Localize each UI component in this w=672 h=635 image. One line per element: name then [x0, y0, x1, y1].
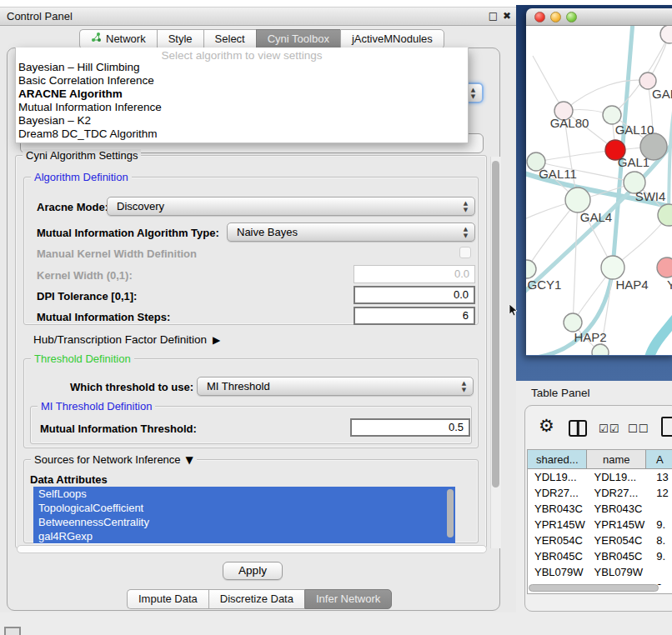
- tab-label: Select: [215, 30, 245, 48]
- close-icon[interactable]: ✖: [503, 10, 511, 22]
- collapse-down-icon: ▼: [186, 454, 193, 466]
- threshold-select[interactable]: MI Threshold ▲▼: [197, 377, 474, 396]
- table-cell[interactable]: YDR27...: [588, 485, 647, 501]
- table-row[interactable]: YBR045CYBR045C9.: [528, 548, 672, 564]
- table-horizontal-scrollbar[interactable]: [529, 584, 659, 592]
- column-header-partial[interactable]: A: [646, 450, 672, 468]
- minimize-traffic-light-icon[interactable]: [550, 12, 561, 22]
- column-header-name[interactable]: name: [587, 450, 646, 468]
- algorithm-option-bayesian-hill-climbing[interactable]: Bayesian – Hill Climbing: [16, 61, 468, 74]
- tab-network[interactable]: Network: [79, 29, 157, 49]
- table-row[interactable]: YER054CYER054C8.: [528, 532, 672, 548]
- table-row[interactable]: YPR145WYPR145W9.: [528, 517, 672, 532]
- table-cell[interactable]: YDL19...: [588, 469, 647, 485]
- kernel-width-field[interactable]: 0.0: [354, 265, 475, 283]
- mi-algorithm-type-select[interactable]: Naive Bayes ▲▼: [227, 222, 475, 242]
- settings-scrollbar-thumb[interactable]: [492, 161, 499, 488]
- manual-kernel-width-checkbox[interactable]: [459, 247, 471, 258]
- network-edge[interactable]: [573, 200, 578, 322]
- dpi-tolerance-field[interactable]: 0.0: [354, 286, 475, 304]
- tab-discretize-data[interactable]: Discretize Data: [208, 589, 304, 609]
- table-cell[interactable]: 9.: [646, 517, 672, 532]
- network-view-window[interactable]: GALGAL80GAL10GAL1GAL11SWI4GAL4GCY1HAP4YH…: [526, 8, 672, 356]
- network-edge[interactable]: [536, 150, 615, 162]
- table-cell[interactable]: YDR27...: [528, 485, 588, 501]
- table-cell[interactable]: 9.: [646, 548, 672, 564]
- algorithm-option-dream8-dc-tdc-algorithm[interactable]: Dream8 DC_TDC Algorithm: [16, 128, 468, 141]
- gear-icon[interactable]: ⚙: [539, 416, 554, 436]
- tab-cyni-toolbox[interactable]: Cyni Toolbox: [256, 29, 340, 49]
- network-edge[interactable]: [564, 80, 648, 111]
- bottom-left-widget[interactable]: [4, 627, 21, 635]
- network-node-gal10[interactable]: [603, 106, 621, 124]
- table-cell[interactable]: YBR045C: [528, 548, 588, 564]
- data-attributes-list[interactable]: SelfLoopsTopologicalCoefficientBetweenne…: [33, 487, 455, 544]
- tab-jactivemnodules[interactable]: jActiveMNodules: [340, 29, 444, 49]
- close-traffic-light-icon[interactable]: [534, 12, 545, 22]
- table-row[interactable]: YBR043CYBR043C: [528, 501, 672, 517]
- tab-select[interactable]: Select: [203, 29, 256, 49]
- zoom-traffic-light-icon[interactable]: [566, 12, 577, 22]
- attribute-item-topologicalcoefficient[interactable]: TopologicalCoefficient: [33, 501, 455, 515]
- network-edge[interactable]: [612, 34, 669, 115]
- tab-label: Infer Network: [316, 590, 380, 608]
- table-cell[interactable]: YBL079W: [528, 564, 588, 580]
- aracne-mode-select[interactable]: Discovery ▲▼: [107, 197, 475, 216]
- attributes-list-scrollbar[interactable]: [447, 489, 454, 538]
- network-node-hap2[interactable]: [564, 313, 582, 332]
- table-cell[interactable]: 12: [646, 485, 672, 501]
- table-cell[interactable]: YDL19...: [528, 469, 588, 485]
- control-panel-titlebar: Control Panel □ ✖: [0, 7, 516, 26]
- table-cell[interactable]: YBR043C: [528, 501, 588, 517]
- network-canvas[interactable]: GALGAL80GAL10GAL1GAL11SWI4GAL4GCY1HAP4YH…: [526, 26, 672, 355]
- network-node-unlabeled[interactable]: [660, 26, 672, 43]
- network-node-y[interactable]: [657, 258, 672, 278]
- table-cell[interactable]: 13: [646, 469, 672, 485]
- attribute-item-selfloops[interactable]: SelfLoops: [33, 487, 455, 501]
- table-cell[interactable]: [646, 564, 672, 580]
- sources-group-title[interactable]: Sources for Network Inference ▼: [31, 453, 197, 466]
- table-cell[interactable]: YBR043C: [588, 501, 647, 517]
- cyni-bottom-tabs: Impute DataDiscretize DataInfer Network: [127, 589, 392, 609]
- columns-icon[interactable]: [569, 420, 587, 437]
- mi-threshold-field[interactable]: 0.5: [350, 418, 470, 437]
- tab-impute-data[interactable]: Impute Data: [127, 589, 208, 609]
- algorithm-option-basic-correlation-inference[interactable]: Basic Correlation Inference: [16, 74, 468, 88]
- network-node-label: Y: [667, 278, 672, 292]
- settings-horizontal-scrollbar[interactable]: [17, 545, 487, 553]
- attribute-item-betweennesscentrality[interactable]: BetweennessCentrality: [33, 515, 455, 529]
- tab-infer-network[interactable]: Infer Network: [304, 589, 392, 609]
- network-window-titlebar[interactable]: [526, 8, 672, 26]
- hub-transcription-factor-expander[interactable]: Hub/Transcription Factor Definition ▶: [33, 333, 220, 346]
- network-node-unlabeled[interactable]: [658, 204, 672, 226]
- table-row[interactable]: YBL079WYBL079W: [528, 564, 672, 580]
- table-cell[interactable]: 8.: [646, 532, 672, 548]
- table-cell[interactable]: YER054C: [528, 532, 588, 548]
- attribute-item-gal4rgexp[interactable]: gal4RGexp: [33, 529, 455, 543]
- apply-button[interactable]: Apply: [223, 562, 283, 580]
- table-cell[interactable]: YPR145W: [528, 517, 588, 532]
- column-header-shared-name[interactable]: shared...: [528, 450, 587, 468]
- network-node-hap4[interactable]: [601, 256, 624, 279]
- algorithm-option-aracne-algorithm[interactable]: ARACNE Algorithm: [16, 88, 468, 101]
- algorithm-option-bayesian-k2[interactable]: Bayesian – K2: [16, 114, 468, 128]
- network-edge-highlighted[interactable]: [649, 316, 672, 355]
- network-node-unlabeled[interactable]: [592, 344, 609, 355]
- table-cell[interactable]: YPR145W: [588, 517, 647, 532]
- data-attributes-label: Data Attributes: [30, 473, 108, 486]
- table-cell[interactable]: YER054C: [588, 532, 647, 548]
- float-window-icon[interactable]: □: [489, 10, 498, 22]
- table-cell[interactable]: [646, 501, 672, 517]
- document-icon[interactable]: [661, 417, 672, 437]
- network-node-gcy1[interactable]: [526, 260, 536, 278]
- table-row[interactable]: YDL19...YDL19...13: [528, 469, 672, 485]
- table-cell[interactable]: YBL079W: [588, 564, 647, 580]
- network-node-gal4[interactable]: [565, 188, 590, 212]
- table-cell[interactable]: YBR045C: [588, 548, 647, 564]
- algorithm-option-mutual-information-inference[interactable]: Mutual Information Inference: [16, 101, 468, 114]
- tab-style[interactable]: Style: [157, 29, 203, 49]
- table-row[interactable]: YDR27...YDR27...12: [528, 485, 672, 501]
- mi-steps-field[interactable]: 6: [354, 307, 475, 325]
- unchecked-columns-icon[interactable]: ☐☐: [628, 422, 649, 435]
- checked-columns-icon[interactable]: ☑☑: [599, 422, 619, 435]
